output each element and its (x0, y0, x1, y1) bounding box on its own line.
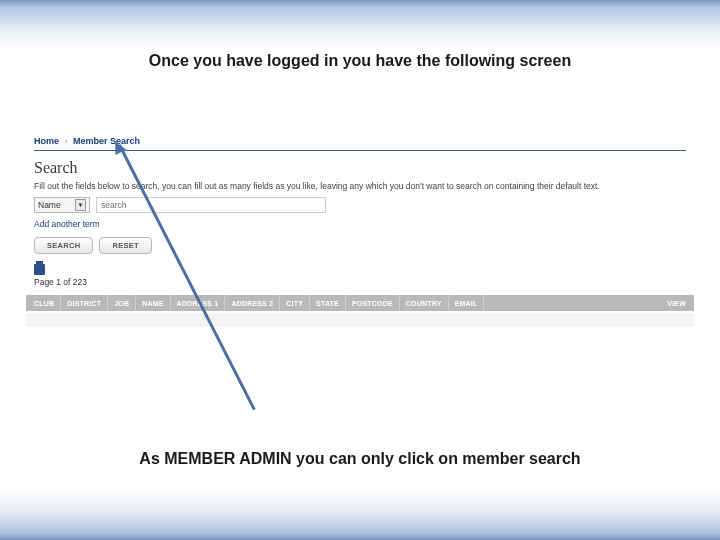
col-district: DISTRICT (61, 295, 108, 311)
table-row (26, 313, 694, 327)
pagination-label: Page 1 of 223 (26, 277, 694, 295)
search-instructions: Fill out the fields below to search, you… (26, 181, 694, 197)
button-row: SEARCH RESET (26, 237, 694, 264)
breadcrumb-member-search[interactable]: Member Search (73, 136, 140, 146)
results-table-header: CLUB DISTRICT JOB NAME ADDRESS 1 ADDRESS… (26, 295, 694, 311)
caption-top: Once you have logged in you have the fol… (0, 52, 720, 70)
reset-button[interactable]: RESET (99, 237, 152, 254)
col-city: CITY (280, 295, 310, 311)
breadcrumb-home[interactable]: Home (34, 136, 59, 146)
slide-bottom-gradient (0, 492, 720, 540)
slide-top-gradient (0, 0, 720, 48)
col-club: CLUB (32, 295, 61, 311)
col-view: VIEW (661, 295, 688, 311)
add-another-term-link[interactable]: Add another term (26, 219, 694, 237)
col-job: JOB (108, 295, 136, 311)
search-input[interactable] (96, 197, 326, 213)
caption-bottom: As MEMBER ADMIN you can only click on me… (0, 450, 720, 468)
filter-row: Name ▼ (26, 197, 694, 219)
col-name: NAME (136, 295, 170, 311)
print-icon[interactable] (34, 264, 45, 275)
breadcrumb-separator: › (65, 136, 68, 146)
divider (34, 150, 686, 151)
screenshot-panel: Home › Member Search Search Fill out the… (26, 130, 694, 390)
search-button[interactable]: SEARCH (34, 237, 93, 254)
breadcrumb: Home › Member Search (26, 130, 694, 150)
col-country: COUNTRY (400, 295, 449, 311)
chevron-down-icon: ▼ (75, 199, 86, 211)
field-dropdown-label: Name (38, 200, 72, 210)
col-state: STATE (310, 295, 346, 311)
col-address2: ADDRESS 2 (225, 295, 280, 311)
field-dropdown[interactable]: Name ▼ (34, 197, 90, 213)
col-email: EMAIL (449, 295, 485, 311)
col-postcode: POSTCODE (346, 295, 400, 311)
